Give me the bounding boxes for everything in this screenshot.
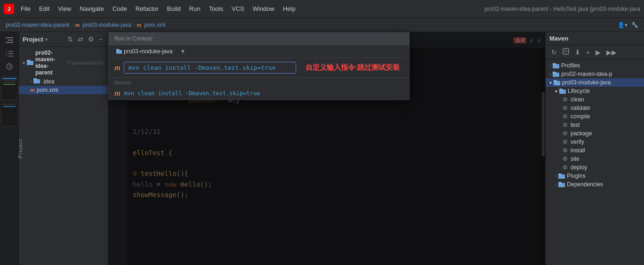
- breadcrumb-module[interactable]: pro03-moduke-java: [82, 22, 131, 28]
- menu-edit[interactable]: Edit: [35, 3, 53, 14]
- recent-maven-icon: m: [114, 90, 120, 97]
- maven-more-btn[interactable]: ▶▶: [604, 48, 619, 57]
- maven-item-package[interactable]: ⚙ package: [546, 129, 644, 138]
- window-title: pro02-maven-idea-parent - HelloTest.java…: [484, 6, 640, 12]
- maven-item-verify[interactable]: ⚙ verify: [546, 138, 644, 146]
- maven-add-btn[interactable]: +: [584, 48, 592, 57]
- run-cmd-input[interactable]: [128, 64, 292, 71]
- svg-rect-20: [563, 49, 569, 54]
- run-context-input-border: [124, 62, 296, 74]
- svg-text:3.: 3.: [6, 55, 8, 57]
- breadcrumb-user-icon[interactable]: 👤▾: [618, 22, 628, 28]
- idea-chevron: ›: [30, 79, 32, 84]
- menu-view[interactable]: View: [54, 3, 75, 14]
- module-badge[interactable]: pro03-moduke-java: [113, 47, 176, 56]
- maven-item-deploy[interactable]: ⚙ deploy: [546, 163, 644, 172]
- svg-rect-26: [553, 72, 556, 74]
- folder-icon-idea: [33, 78, 40, 85]
- pom-label: pom.xml: [37, 87, 58, 93]
- test-label: test: [571, 122, 580, 128]
- app-logo: J: [4, 4, 14, 14]
- menu-build[interactable]: Build: [163, 3, 185, 14]
- maven-item-pro02[interactable]: › pro02-maven-idea-p: [546, 70, 644, 78]
- menu-window[interactable]: Window: [249, 3, 278, 14]
- project-dropdown-arrow[interactable]: ▾: [45, 37, 48, 42]
- menu-tools[interactable]: Tools: [205, 3, 227, 14]
- tree-root[interactable]: ▾ pro02-maven-idea-parent F:\javawebwork…: [19, 49, 108, 77]
- pro02-chevron: ›: [549, 72, 551, 77]
- ordered-list-icon[interactable]: 1. 2. 3.: [3, 48, 16, 58]
- editor-area: 📁 pro02-maven-idea-parent) × C Hello.jav…: [108, 32, 545, 265]
- clean-label: clean: [571, 96, 584, 103]
- pro03-label: pro03-moduke-java: [562, 79, 611, 86]
- maven-item-clean[interactable]: ⚙ clean: [546, 95, 644, 104]
- maven-item-test[interactable]: ⚙ test: [546, 121, 644, 129]
- project-panel: Project Project ▾ ⇅ ⇄ ⚙ − ▾ pro02-maven-…: [19, 32, 108, 265]
- maven-download-btn[interactable]: ⬇: [573, 48, 582, 57]
- maven-m-icon: m: [114, 64, 120, 72]
- menu-code[interactable]: Code: [109, 3, 131, 14]
- maven-refresh-btn[interactable]: ↻: [549, 48, 559, 57]
- package-gear-icon: ⚙: [563, 130, 568, 137]
- pro03-folder-icon: [554, 80, 560, 85]
- tree-pom[interactable]: m pom.xml: [19, 86, 108, 94]
- maven-item-install[interactable]: ⚙ install: [546, 146, 644, 155]
- lifecycle-folder-icon: [559, 88, 566, 94]
- project-panel-title: Project: [23, 36, 43, 43]
- breadcrumb-sep-1: ›: [71, 22, 73, 28]
- dependencies-chevron: ›: [555, 182, 556, 187]
- root-label: pro02-maven-idea-parent: [35, 50, 65, 76]
- maven-item-validate[interactable]: ⚙ validate: [546, 104, 644, 112]
- maven-item-dependencies[interactable]: › Dependencies: [546, 180, 644, 189]
- dependencies-folder-icon: [558, 182, 565, 187]
- svg-line-13: [9, 66, 11, 67]
- run-context-subheader: pro03-moduke-java ▼: [109, 45, 409, 58]
- svg-rect-24: [553, 63, 556, 65]
- maven-item-plugins[interactable]: › Plugins: [546, 172, 644, 180]
- maven-profiles-btn[interactable]: [561, 47, 571, 57]
- maven-panel-header: Maven: [546, 32, 644, 45]
- maven-item-lifecycle[interactable]: ▾ Lifecycle: [546, 87, 644, 95]
- project-minus[interactable]: −: [97, 35, 104, 43]
- package-label: package: [571, 130, 592, 137]
- breadcrumb-bar: pro02-maven-idea-parent › m pro03-moduke…: [0, 18, 644, 32]
- module-folder-icon: [116, 49, 122, 54]
- tree-area: ▾ pro02-maven-idea-parent F:\javawebwork…: [19, 47, 108, 265]
- pro02-label: pro02-maven-idea-p: [561, 71, 612, 77]
- lifecycle-chevron: ▾: [555, 89, 557, 94]
- profiles-label: Profiles: [561, 62, 580, 69]
- breadcrumb-actions: 👤▾ 🔧: [618, 22, 638, 28]
- maven-item-profiles[interactable]: › Profiles: [546, 61, 644, 70]
- verify-label: verify: [571, 139, 584, 145]
- breadcrumb-maven-icon: m: [75, 22, 80, 28]
- run-context-recent-item-0[interactable]: m mvn clean install -Dmaven.test.skip=tr…: [109, 87, 409, 99]
- svg-rect-17: [33, 78, 37, 80]
- menu-refactor[interactable]: Refactor: [132, 3, 162, 14]
- clean-gear-icon: ⚙: [563, 96, 568, 103]
- menu-help[interactable]: Help: [279, 3, 299, 14]
- run-context-panel: Run in Context: pro03-moduke-java ▼: [108, 32, 410, 100]
- svg-rect-28: [554, 80, 557, 82]
- project-action-1[interactable]: ⇅: [66, 35, 74, 43]
- menu-bar: File Edit View Navigate Code Refactor Bu…: [17, 3, 482, 14]
- menu-run[interactable]: Run: [185, 3, 204, 14]
- filter-icon[interactable]: ▼: [180, 48, 185, 55]
- maven-item-compile[interactable]: ⚙ compile: [546, 112, 644, 121]
- project-gear[interactable]: ⚙: [87, 35, 96, 43]
- breadcrumb-settings-icon[interactable]: 🔧: [631, 22, 638, 28]
- menu-navigate[interactable]: Navigate: [76, 3, 107, 14]
- maven-run-btn[interactable]: ▶: [594, 48, 603, 57]
- profiles-chevron: ›: [549, 63, 551, 68]
- breadcrumb-root[interactable]: pro02-maven-idea-parent: [6, 22, 69, 28]
- hamburger-icon[interactable]: [3, 35, 16, 45]
- pro02-folder-icon: [553, 71, 559, 77]
- breadcrumb-file[interactable]: pom.xml: [144, 22, 165, 28]
- tree-idea[interactable]: › .idea: [19, 77, 108, 86]
- menu-vcs[interactable]: VCS: [228, 3, 248, 14]
- run-context-overlay: Run in Context: pro03-moduke-java ▼: [108, 32, 545, 265]
- pending-icon[interactable]: [3, 61, 16, 72]
- maven-item-pro03[interactable]: ▾ pro03-moduke-java: [546, 78, 644, 87]
- project-action-2[interactable]: ⇄: [76, 35, 85, 43]
- menu-file[interactable]: File: [17, 3, 34, 14]
- maven-item-site[interactable]: ⚙ site: [546, 155, 644, 163]
